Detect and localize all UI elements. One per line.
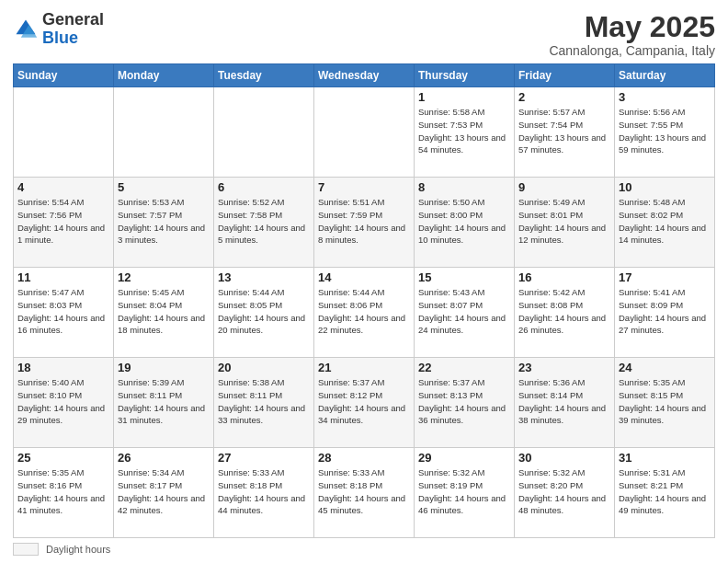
calendar-cell: 2Sunrise: 5:57 AM Sunset: 7:54 PM Daylig… (515, 87, 615, 178)
day-info: Sunrise: 5:32 AM Sunset: 8:19 PM Dayligh… (418, 466, 510, 517)
calendar-cell: 1Sunrise: 5:58 AM Sunset: 7:53 PM Daylig… (415, 87, 515, 178)
day-info: Sunrise: 5:34 AM Sunset: 8:17 PM Dayligh… (118, 466, 210, 517)
logo-general-text: General (42, 10, 104, 29)
footer-note: Daylight hours (13, 543, 715, 556)
day-number: 7 (318, 180, 410, 194)
calendar-cell: 16Sunrise: 5:42 AM Sunset: 8:08 PM Dayli… (515, 268, 615, 358)
day-number: 18 (17, 361, 109, 374)
day-number: 1 (418, 90, 510, 104)
day-info: Sunrise: 5:57 AM Sunset: 7:54 PM Dayligh… (518, 106, 610, 156)
day-info: Sunrise: 5:58 AM Sunset: 7:53 PM Dayligh… (418, 106, 510, 156)
day-number: 5 (118, 180, 210, 194)
calendar-cell: 18Sunrise: 5:40 AM Sunset: 8:10 PM Dayli… (14, 358, 114, 448)
day-info: Sunrise: 5:53 AM Sunset: 7:57 PM Dayligh… (118, 196, 210, 247)
main-title: May 2025 (549, 11, 715, 43)
day-number: 26 (118, 451, 210, 465)
day-number: 31 (619, 451, 711, 465)
day-info: Sunrise: 5:47 AM Sunset: 8:03 PM Dayligh… (17, 286, 109, 337)
footer-swatch (13, 543, 39, 556)
calendar-cell: 8Sunrise: 5:50 AM Sunset: 8:00 PM Daylig… (415, 178, 515, 268)
day-info: Sunrise: 5:50 AM Sunset: 8:00 PM Dayligh… (418, 196, 510, 247)
day-number: 14 (318, 270, 410, 284)
calendar-cell: 7Sunrise: 5:51 AM Sunset: 7:59 PM Daylig… (314, 178, 415, 268)
calendar-cell: 25Sunrise: 5:35 AM Sunset: 8:16 PM Dayli… (14, 448, 114, 538)
day-info: Sunrise: 5:42 AM Sunset: 8:08 PM Dayligh… (518, 286, 610, 337)
logo-text: General Blue (42, 11, 104, 48)
title-block: May 2025 Cannalonga, Campania, Italy (549, 11, 715, 58)
calendar-week-row: 1Sunrise: 5:58 AM Sunset: 7:53 PM Daylig… (14, 87, 715, 178)
day-info: Sunrise: 5:56 AM Sunset: 7:55 PM Dayligh… (619, 106, 711, 156)
logo-blue-text: Blue (42, 29, 78, 47)
day-number: 11 (17, 270, 109, 284)
day-info: Sunrise: 5:44 AM Sunset: 8:06 PM Dayligh… (318, 286, 410, 337)
calendar-col-saturday: Saturday (615, 64, 715, 87)
day-number: 9 (518, 180, 610, 194)
calendar-cell: 28Sunrise: 5:33 AM Sunset: 8:18 PM Dayli… (314, 448, 415, 538)
calendar-cell: 22Sunrise: 5:37 AM Sunset: 8:13 PM Dayli… (415, 358, 515, 448)
day-info: Sunrise: 5:32 AM Sunset: 8:20 PM Dayligh… (518, 466, 610, 517)
calendar-col-monday: Monday (114, 64, 214, 87)
day-info: Sunrise: 5:48 AM Sunset: 8:02 PM Dayligh… (619, 196, 711, 247)
day-info: Sunrise: 5:44 AM Sunset: 8:05 PM Dayligh… (218, 286, 310, 337)
day-info: Sunrise: 5:39 AM Sunset: 8:11 PM Dayligh… (118, 376, 210, 427)
day-info: Sunrise: 5:40 AM Sunset: 8:10 PM Dayligh… (17, 376, 109, 427)
calendar-cell: 6Sunrise: 5:52 AM Sunset: 7:58 PM Daylig… (214, 178, 314, 268)
day-number: 30 (518, 451, 610, 465)
calendar-cell: 27Sunrise: 5:33 AM Sunset: 8:18 PM Dayli… (214, 448, 314, 538)
day-number: 20 (218, 361, 310, 374)
calendar-col-sunday: Sunday (14, 64, 114, 87)
calendar-col-wednesday: Wednesday (314, 64, 415, 87)
calendar-cell: 11Sunrise: 5:47 AM Sunset: 8:03 PM Dayli… (14, 268, 114, 358)
logo: General Blue (13, 11, 104, 48)
day-number: 22 (418, 361, 510, 374)
subtitle: Cannalonga, Campania, Italy (549, 43, 715, 58)
day-info: Sunrise: 5:54 AM Sunset: 7:56 PM Dayligh… (17, 196, 109, 247)
calendar-cell: 29Sunrise: 5:32 AM Sunset: 8:19 PM Dayli… (415, 448, 515, 538)
day-number: 17 (619, 270, 711, 284)
day-info: Sunrise: 5:51 AM Sunset: 7:59 PM Dayligh… (318, 196, 410, 247)
calendar-week-row: 25Sunrise: 5:35 AM Sunset: 8:16 PM Dayli… (14, 448, 715, 538)
day-number: 21 (318, 361, 410, 374)
calendar-week-row: 11Sunrise: 5:47 AM Sunset: 8:03 PM Dayli… (14, 268, 715, 358)
calendar-cell: 26Sunrise: 5:34 AM Sunset: 8:17 PM Dayli… (114, 448, 214, 538)
day-number: 23 (518, 361, 610, 374)
day-number: 25 (17, 451, 109, 465)
day-number: 28 (318, 451, 410, 465)
calendar-cell (114, 87, 214, 178)
calendar-cell: 23Sunrise: 5:36 AM Sunset: 8:14 PM Dayli… (515, 358, 615, 448)
calendar-cell (14, 87, 114, 178)
day-number: 12 (118, 270, 210, 284)
calendar-cell: 5Sunrise: 5:53 AM Sunset: 7:57 PM Daylig… (114, 178, 214, 268)
day-number: 29 (418, 451, 510, 465)
calendar-cell: 14Sunrise: 5:44 AM Sunset: 8:06 PM Dayli… (314, 268, 415, 358)
calendar-cell: 9Sunrise: 5:49 AM Sunset: 8:01 PM Daylig… (515, 178, 615, 268)
calendar-week-row: 4Sunrise: 5:54 AM Sunset: 7:56 PM Daylig… (14, 178, 715, 268)
header: General Blue May 2025 Cannalonga, Campan… (13, 11, 715, 58)
day-info: Sunrise: 5:49 AM Sunset: 8:01 PM Dayligh… (518, 196, 610, 247)
day-number: 3 (619, 90, 711, 104)
day-info: Sunrise: 5:52 AM Sunset: 7:58 PM Dayligh… (218, 196, 310, 247)
day-number: 8 (418, 180, 510, 194)
calendar-cell: 10Sunrise: 5:48 AM Sunset: 8:02 PM Dayli… (615, 178, 715, 268)
calendar-cell (214, 87, 314, 178)
calendar-cell: 31Sunrise: 5:31 AM Sunset: 8:21 PM Dayli… (615, 448, 715, 538)
day-number: 15 (418, 270, 510, 284)
day-info: Sunrise: 5:37 AM Sunset: 8:13 PM Dayligh… (418, 376, 510, 427)
calendar-cell: 30Sunrise: 5:32 AM Sunset: 8:20 PM Dayli… (515, 448, 615, 538)
day-number: 2 (518, 90, 610, 104)
day-info: Sunrise: 5:33 AM Sunset: 8:18 PM Dayligh… (318, 466, 410, 517)
calendar-cell (314, 87, 415, 178)
calendar-week-row: 18Sunrise: 5:40 AM Sunset: 8:10 PM Dayli… (14, 358, 715, 448)
day-info: Sunrise: 5:36 AM Sunset: 8:14 PM Dayligh… (518, 376, 610, 427)
calendar-cell: 12Sunrise: 5:45 AM Sunset: 8:04 PM Dayli… (114, 268, 214, 358)
day-info: Sunrise: 5:38 AM Sunset: 8:11 PM Dayligh… (218, 376, 310, 427)
day-number: 13 (218, 270, 310, 284)
calendar-cell: 21Sunrise: 5:37 AM Sunset: 8:12 PM Dayli… (314, 358, 415, 448)
day-info: Sunrise: 5:35 AM Sunset: 8:16 PM Dayligh… (17, 466, 109, 517)
day-number: 4 (17, 180, 109, 194)
day-info: Sunrise: 5:31 AM Sunset: 8:21 PM Dayligh… (619, 466, 711, 517)
day-number: 10 (619, 180, 711, 194)
calendar-cell: 3Sunrise: 5:56 AM Sunset: 7:55 PM Daylig… (615, 87, 715, 178)
calendar-cell: 15Sunrise: 5:43 AM Sunset: 8:07 PM Dayli… (415, 268, 515, 358)
day-number: 27 (218, 451, 310, 465)
